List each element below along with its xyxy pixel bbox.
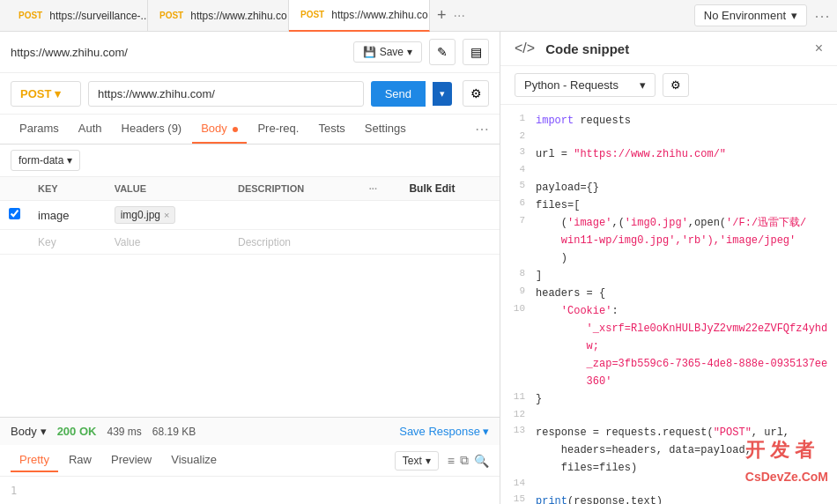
col-checkbox [0,177,29,201]
save-button[interactable]: 💾 Save ▾ [353,41,422,63]
body-type-chevron-icon: ▾ [67,154,72,167]
tab2-url: https://www.zhihu.co [190,10,286,22]
row-checkbox[interactable] [9,208,20,219]
send-button[interactable]: Send [371,81,426,107]
tab-prereq[interactable]: Pre-req. [248,115,307,144]
response-format-selector[interactable]: Text ▾ [395,451,439,471]
tab-actions: + ··· [437,6,465,25]
code-line-12: 12 [500,408,837,424]
desc-placeholder: Description [238,236,291,248]
copy-icon[interactable]: ⧉ [460,453,469,468]
tab-headers[interactable]: Headers (9) [113,115,191,144]
code-snippet-header: </> Code snippet × [500,32,837,66]
environment-selector[interactable]: No Environment ▾ [694,4,807,26]
language-value: Python - Requests [524,78,618,92]
file-tag-name: img0.jpg [121,209,160,221]
table-row: image img0.jpg × [0,201,500,230]
url-display-bar: https://www.zhihu.com/ 💾 Save ▾ ✎ ▤ [0,32,500,73]
code-line-13: 13 response = requests.request("POST", u… [500,424,837,441]
env-more-icon[interactable]: ⋯ [814,6,830,26]
code-line-10c: w; [500,337,837,355]
resp-tab-raw[interactable]: Raw [60,448,100,472]
tab1-url: https://surveillance-... [49,10,148,22]
code-line-11: 11 } [500,390,837,408]
code-line-10e: 360' [500,373,837,390]
code-line-14: 14 [500,477,837,493]
settings-icon-button[interactable]: ⚙ [463,80,489,107]
lang-chevron-icon: ▾ [640,78,646,92]
tab2-method: POST [157,10,186,21]
file-tag: img0.jpg × [115,206,176,224]
table-row-empty: Key Value Description [0,230,500,255]
save-icon: 💾 [363,46,376,58]
code-brackets-icon: </> [515,41,535,56]
value-placeholder: Value [115,236,141,248]
bulk-edit-header: Bulk Edit [400,177,500,201]
body-tab-dot [233,127,238,132]
row-value: img0.jpg × [106,201,229,230]
url-display-text: https://www.zhihu.com/ [11,46,346,59]
tab-1[interactable]: POST https://surveillance-... × [7,0,148,32]
code-line-7c: ) [500,249,837,267]
method-value: POST [20,87,51,100]
tab-more-button[interactable]: ··· [454,8,465,24]
code-settings-button[interactable]: ⚙ [663,73,689,97]
code-line-8: 8 ] [500,267,837,285]
tab3-method: POST [298,9,327,20]
response-chevron-icon[interactable]: ▾ [41,425,47,438]
tab-auth[interactable]: Auth [70,115,111,144]
tab-bar: POST https://surveillance-... × POST htt… [0,0,837,32]
col-key-header: KEY [29,177,106,201]
request-tabs-nav: Params Auth Headers (9) Body Pre-req. Te… [0,115,500,145]
comment-icon-button[interactable]: ▤ [463,39,489,65]
tab1-method: POST [16,10,45,21]
response-size: 68.19 KB [152,426,196,438]
add-tab-button[interactable]: + [437,6,447,25]
code-line-10d: _zap=3fb559c6-7365-4de8-888e-0935137ee [500,355,837,373]
code-line-10b: '_xsrf=Rle0oKnHULBJyZ2vmw22eZVFQfz4yhd [500,320,837,337]
language-selector-bar: Python - Requests ▾ ⚙ [500,66,837,105]
edit-icon-button[interactable]: ✎ [429,39,456,65]
send-dropdown-button[interactable]: ▾ [433,82,452,106]
request-bar: POST ▾ Send ▾ ⚙ [0,73,500,115]
response-body: 1 [0,477,500,504]
response-label: Body ▾ [11,425,47,438]
url-input[interactable] [88,81,364,107]
tab-body[interactable]: Body [192,115,247,144]
code-line-15: 15 print(response.text) [500,493,837,504]
body-type-selector[interactable]: form-data ▾ [11,150,80,171]
body-type-value: form-data [19,154,63,167]
col-value-header: VALUE [106,177,229,201]
tab-2[interactable]: POST https://www.zhihu.co [148,0,289,32]
response-format-value: Text [403,455,422,467]
tab-settings[interactable]: Settings [356,115,415,144]
tab-tests[interactable]: Tests [309,115,353,144]
env-label: No Environment [704,9,786,22]
body-options: form-data ▾ [0,145,500,177]
close-panel-button[interactable]: × [815,41,823,56]
file-tag-remove[interactable]: × [164,210,169,220]
language-dropdown[interactable]: Python - Requests ▾ [515,73,656,97]
save-chevron-icon: ▾ [407,46,412,58]
gear-icon: ⚙ [670,78,681,92]
tab-params[interactable]: Params [11,115,68,144]
nav-more-icon[interactable]: ⋯ [475,121,489,137]
code-line-3: 3 url = "https://www.zhihu.com/" [500,145,837,163]
code-line-5: 5 payload={} [500,179,837,196]
save-response-chevron-icon: ▾ [483,425,489,438]
tab-3[interactable]: POST https://www.zhihu.co × [289,0,430,32]
bulk-edit-button[interactable]: Bulk Edit [409,182,455,195]
resp-tab-visualize[interactable]: Visualize [162,448,226,472]
method-selector[interactable]: POST ▾ [11,81,81,107]
sort-icon[interactable]: ≡ [448,454,455,468]
status-code: 200 OK [57,425,97,438]
response-format-tabs: Pretty Raw Preview Visualize Text ▾ ≡ ⧉ … [0,445,500,477]
resp-tab-pretty[interactable]: Pretty [11,448,58,472]
code-line-7b: win11-wp/img0.jpg','rb'),'image/jpeg' [500,232,837,249]
code-block: 1 import requests 2 3 url = "https://www… [500,105,837,504]
resp-tab-preview[interactable]: Preview [102,448,160,472]
save-response-button[interactable]: Save Response ▾ [399,425,489,438]
response-action-icons: ≡ ⧉ 🔍 [448,453,489,468]
search-icon[interactable]: 🔍 [474,454,489,468]
code-line-1: 1 import requests [500,112,837,130]
